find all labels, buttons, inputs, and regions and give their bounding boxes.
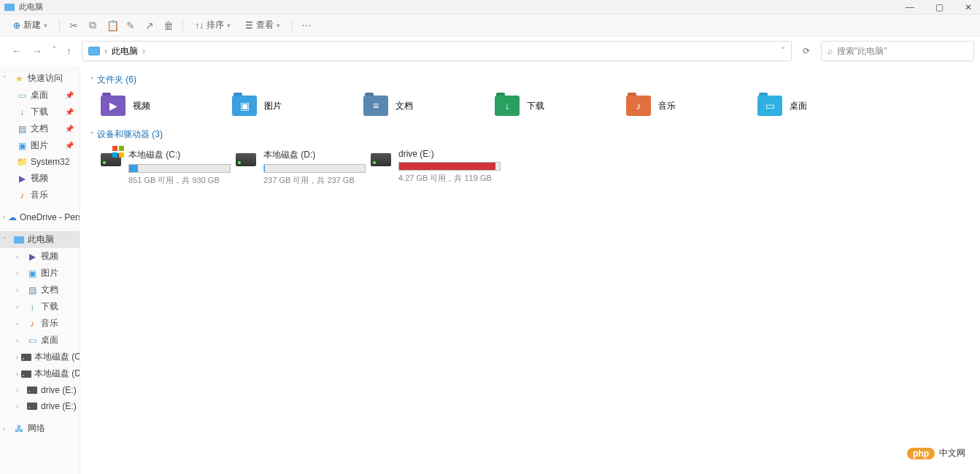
sidebar-this-pc[interactable]: ˅ 此电脑	[0, 231, 80, 248]
sidebar-label: OneDrive - Person	[20, 212, 80, 222]
chevron-down-icon: ▾	[277, 22, 280, 29]
folder-item[interactable]: ▭ 桌面	[755, 91, 886, 120]
sidebar-item[interactable]: › 本地磁盘 (D:)	[0, 365, 80, 382]
doc-icon: ▤	[26, 284, 38, 296]
cut-icon[interactable]: ✂	[66, 17, 82, 34]
sidebar-item[interactable]: › ▤ 文档	[0, 281, 80, 298]
sidebar-network[interactable]: › 🖧 网络	[0, 420, 80, 437]
svg-rect-3	[119, 152, 124, 158]
sidebar-item-label: 下载	[31, 106, 48, 118]
folder-item[interactable]: ▣ 图片	[229, 91, 360, 120]
sidebar-label: 此电脑	[28, 233, 54, 246]
maximize-button[interactable]: ▢	[932, 2, 946, 12]
pin-icon: 📌	[65, 141, 77, 149]
chevron-right-icon: ›	[16, 354, 18, 361]
sidebar-item[interactable]: › ▶ 视频	[0, 248, 80, 265]
chevron-right-icon: ›	[142, 46, 145, 56]
pic-icon: ▣	[16, 140, 28, 152]
share-icon[interactable]: ↗	[142, 17, 158, 34]
forward-button[interactable]: →	[32, 45, 42, 57]
sidebar-item[interactable]: ▭ 桌面 📌	[0, 87, 80, 104]
pc-icon	[13, 234, 25, 246]
delete-icon[interactable]: 🗑	[161, 17, 177, 34]
chevron-down-icon[interactable]: ˅	[781, 46, 785, 56]
drive-usage-bar	[263, 164, 366, 173]
section-drives-header[interactable]: ˅ 设备和驱动器 (3)	[90, 126, 970, 143]
sidebar-onedrive[interactable]: › ☁ OneDrive - Person	[0, 209, 80, 225]
section-folders-header[interactable]: ˅ 文件夹 (6)	[90, 71, 970, 88]
sidebar-item[interactable]: › ▭ 桌面	[0, 332, 80, 349]
chevron-down-icon: ˅	[3, 236, 10, 244]
close-button[interactable]: ✕	[961, 2, 976, 12]
sort-label: 排序	[207, 19, 224, 31]
disk-icon	[26, 400, 38, 412]
sidebar-item[interactable]: › drive (E:)	[0, 382, 80, 398]
paste-icon[interactable]: 📋	[104, 17, 120, 34]
drive-item[interactable]: 本地磁盘 (C:) 851 GB 可用，共 930 GB	[98, 146, 233, 189]
sidebar-item[interactable]: 📁 System32	[0, 154, 80, 170]
drive-name: 本地磁盘 (C:)	[128, 149, 231, 161]
sidebar-label: 网络	[28, 422, 45, 435]
search-input[interactable]: ⌕ 搜索"此电脑"	[821, 41, 974, 61]
sidebar-quick-access[interactable]: ˅ ★ 快速访问	[0, 70, 80, 87]
copy-icon[interactable]: ⧉	[85, 16, 101, 34]
sidebar-item-label: 音乐	[31, 189, 48, 201]
minimize-button[interactable]: —	[903, 2, 917, 12]
back-button[interactable]: ←	[12, 45, 22, 57]
folder-item[interactable]: ♪ 音乐	[623, 91, 755, 120]
pin-icon: 📌	[65, 108, 77, 116]
drive-name: drive (E:)	[398, 149, 501, 159]
up-button[interactable]: ↑	[66, 45, 72, 57]
refresh-button[interactable]: ⟳	[796, 41, 817, 61]
more-icon[interactable]: ⋯	[298, 17, 315, 34]
chevron-down-icon[interactable]: ˅	[53, 45, 56, 57]
star-icon: ★	[13, 73, 25, 85]
drive-icon	[371, 149, 391, 171]
sidebar-item-label: System32	[31, 157, 69, 167]
video-icon: ▶	[16, 173, 28, 184]
sidebar-item[interactable]: › 本地磁盘 (C:)	[0, 349, 80, 365]
sidebar-item[interactable]: › ▣ 图片	[0, 265, 80, 281]
chevron-right-icon: ›	[16, 303, 23, 311]
drive-item[interactable]: drive (E:) 4.27 GB 可用，共 119 GB	[368, 146, 503, 189]
sidebar-item[interactable]: ♪ 音乐	[0, 187, 80, 203]
sidebar-item[interactable]: ▶ 视频	[0, 170, 80, 187]
title-bar: 此电脑 — ▢ ✕	[0, 0, 980, 15]
address-bar[interactable]: › 此电脑 › ˅	[82, 41, 792, 61]
disk-icon	[21, 351, 31, 363]
chevron-right-icon: ›	[16, 403, 23, 410]
chevron-right-icon: ›	[3, 214, 5, 221]
address-location[interactable]: 此电脑	[112, 45, 138, 58]
folders-grid: ▶ 视频 ▣ 图片 ≡ 文档 ↓ 下载 ♪ 音乐 ▭ 桌面	[90, 88, 970, 126]
folder-item[interactable]: ▶ 视频	[98, 91, 229, 120]
rename-icon[interactable]: ✎	[123, 17, 139, 34]
drive-stat: 851 GB 可用，共 930 GB	[128, 175, 231, 186]
sidebar-item[interactable]: ▣ 图片 📌	[0, 137, 80, 154]
sidebar-item[interactable]: ▤ 文档 📌	[0, 120, 80, 137]
sort-button[interactable]: ↑↓ 排序 ▾	[189, 16, 236, 34]
sidebar-item[interactable]: ↓ 下载 📌	[0, 104, 80, 120]
sidebar-item[interactable]: › drive (E:)	[0, 398, 80, 414]
folder-icon: 📁	[16, 156, 28, 168]
drive-stat: 237 GB 可用，共 237 GB	[263, 175, 366, 186]
folder-item[interactable]: ↓ 下载	[492, 91, 623, 120]
view-button[interactable]: ☰ 查看 ▾	[239, 16, 286, 34]
view-icon: ☰	[245, 20, 253, 31]
sidebar: ˅ ★ 快速访问 ▭ 桌面 📌 ↓ 下载 📌 ▤ 文档 📌 ▣ 图片 📌 📁 S…	[0, 66, 80, 474]
chevron-down-icon: ˅	[90, 77, 94, 84]
folder-item[interactable]: ≡ 文档	[360, 91, 492, 120]
sidebar-item[interactable]: › ♪ 音乐	[0, 315, 80, 332]
toolbar: ⊕ 新建 ▾ ✂ ⧉ 📋 ✎ ↗ 🗑 ↑↓ 排序 ▾ ☰ 查看 ▾ ⋯	[0, 15, 980, 36]
pin-icon: 📌	[65, 125, 77, 133]
chevron-down-icon: ▾	[44, 22, 47, 29]
chevron-right-icon: ›	[16, 320, 23, 327]
doc-icon: ▤	[16, 123, 28, 135]
new-button[interactable]: ⊕ 新建 ▾	[7, 16, 53, 34]
pic-icon: ▣	[26, 268, 38, 279]
chevron-right-icon: ›	[3, 425, 10, 432]
separator	[182, 19, 183, 32]
sidebar-item[interactable]: › ↓ 下载	[0, 298, 80, 315]
watermark-text: 中文网	[939, 447, 965, 459]
drive-usage-bar	[128, 164, 231, 173]
drive-item[interactable]: 本地磁盘 (D:) 237 GB 可用，共 237 GB	[233, 146, 368, 189]
